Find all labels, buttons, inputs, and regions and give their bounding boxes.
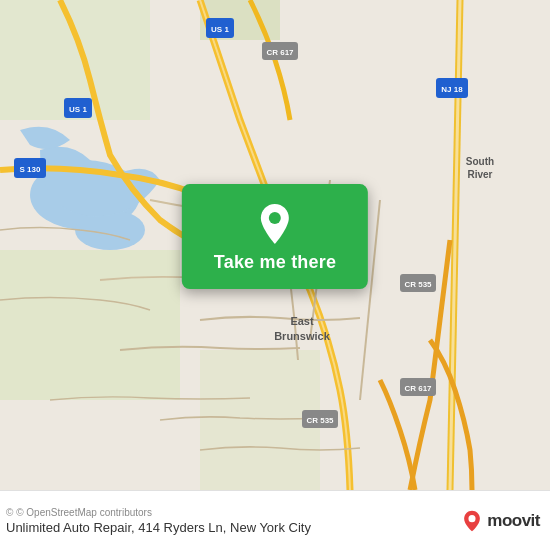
svg-point-29: [269, 212, 281, 224]
svg-text:CR 617: CR 617: [266, 48, 294, 57]
svg-point-30: [469, 515, 476, 522]
svg-text:S 130: S 130: [20, 165, 41, 174]
svg-text:US 1: US 1: [69, 105, 87, 114]
map-attribution: © © OpenStreetMap contributors: [6, 507, 311, 518]
location-pin-icon: [253, 202, 297, 246]
location-name: Unlimited Auto Repair, 414 Ryders Ln, Ne…: [6, 520, 311, 535]
cta-label: Take me there: [214, 252, 336, 273]
moovit-brand-text: moovit: [487, 511, 540, 531]
svg-text:CR 535: CR 535: [306, 416, 334, 425]
svg-text:South: South: [466, 156, 494, 167]
svg-text:River: River: [467, 169, 492, 180]
moovit-logo: moovit: [461, 510, 540, 532]
svg-text:CR 535: CR 535: [404, 280, 432, 289]
svg-text:US 1: US 1: [211, 25, 229, 34]
copyright-icon: ©: [6, 507, 13, 518]
map-container: US 1 US 1 CR 617 NJ 18 S 130 CR 535 CR 6…: [0, 0, 550, 490]
svg-text:Brunswick: Brunswick: [274, 330, 331, 342]
location-info: © © OpenStreetMap contributors Unlimited…: [6, 507, 311, 535]
svg-text:East: East: [290, 315, 314, 327]
cta-card[interactable]: Take me there: [182, 184, 368, 289]
bottom-bar: © © OpenStreetMap contributors Unlimited…: [0, 490, 550, 550]
moovit-brand-pin-icon: [461, 510, 483, 532]
svg-rect-5: [0, 250, 180, 400]
svg-text:CR 617: CR 617: [404, 384, 432, 393]
svg-text:NJ 18: NJ 18: [441, 85, 463, 94]
